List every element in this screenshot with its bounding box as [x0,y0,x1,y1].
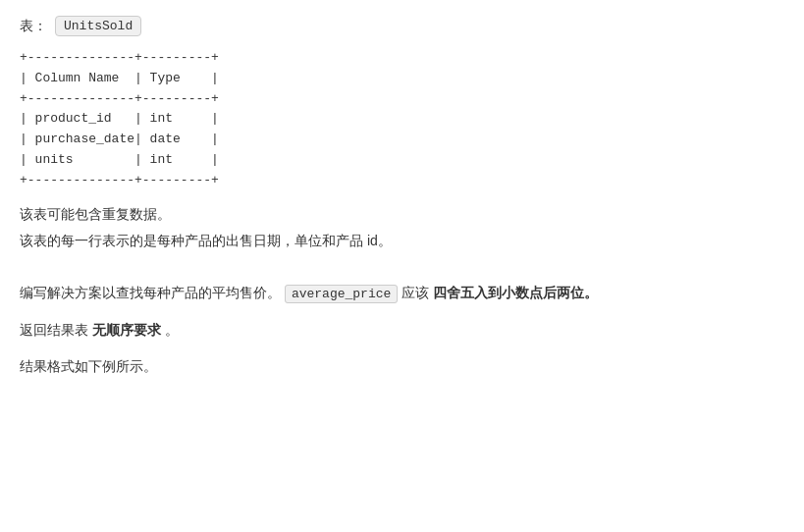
result-format-text: 结果格式如下例所示。 [20,358,157,374]
page-container: 表： UnitsSold +--------------+---------+ … [0,0,785,395]
section-gap [20,257,766,281]
average-price-code: average_price [285,285,398,303]
problem-statement: 编写解决方案以查找每种产品的平均售价。 average_price 应该 四舍五… [20,281,766,305]
no-order-after: 。 [165,322,179,338]
no-order-before: 返回结果表 [20,322,88,338]
schema-code-block: +--------------+---------+ | Column Name… [20,48,766,191]
description-line-1: 该表可能包含重复数据。 [20,203,766,227]
no-order-bold: 无顺序要求 [92,322,161,338]
table-label-row: 表： UnitsSold [20,16,766,36]
table-prefix-text: 表： [20,18,47,35]
problem-before-code: 编写解决方案以查找每种产品的平均售价。 [20,285,281,300]
description-line-2: 该表的每一行表示的是每种产品的出售日期，单位和产品 id。 [20,230,766,253]
table-name-badge: UnitsSold [55,16,141,36]
result-format-row: 结果格式如下例所示。 [20,354,766,379]
problem-after-code: 应该 [402,285,429,300]
no-order-row: 返回结果表 无顺序要求 。 [20,318,766,343]
problem-bold-text: 四舍五入到小数点后两位。 [433,285,598,300]
